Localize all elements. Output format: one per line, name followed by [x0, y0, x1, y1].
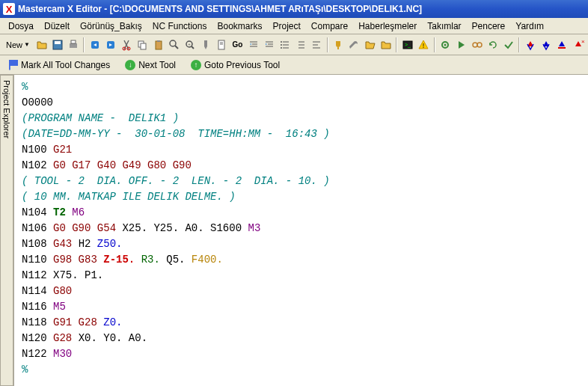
play-icon[interactable]: [454, 37, 468, 52]
svg-point-45: [473, 43, 477, 47]
tool-icon[interactable]: [199, 37, 213, 52]
app-icon: X: [3, 3, 15, 15]
nav1-icon[interactable]: [523, 37, 537, 52]
svg-line-13: [175, 46, 178, 49]
menu-bookmarks[interactable]: Bookmarks: [212, 19, 267, 33]
menu-tools[interactable]: Takımlar: [422, 19, 466, 33]
svg-point-32: [281, 47, 282, 49]
mark-all-label: Mark All Tool Changes: [21, 60, 110, 70]
svg-rect-1: [55, 41, 61, 44]
reload-icon[interactable]: [486, 37, 500, 52]
align-icon[interactable]: [310, 37, 324, 52]
menu-edit[interactable]: Düzelt: [39, 19, 75, 33]
paste-icon[interactable]: [151, 37, 165, 52]
list-icon[interactable]: [278, 37, 292, 52]
menu-comm[interactable]: Haberleşmeler: [353, 19, 422, 33]
warning-icon[interactable]: !: [417, 37, 431, 52]
check-icon[interactable]: [501, 37, 515, 52]
project-explorer-tab[interactable]: Project Explorer: [0, 75, 13, 386]
svg-text:×: ×: [581, 39, 584, 45]
arrow-down-icon: ↓: [125, 60, 135, 70]
svg-line-15: [192, 46, 194, 49]
find-icon[interactable]: [167, 37, 181, 52]
prev-tool-button[interactable]: ↑ Goto Previous Tool: [188, 58, 283, 72]
menu-nc[interactable]: NC Functions: [147, 19, 212, 33]
folder-open-icon[interactable]: [363, 37, 377, 52]
doc-icon[interactable]: [215, 37, 229, 52]
menubar: Dosya Düzelt Görünüş_Bakış NC Functions …: [0, 18, 588, 34]
svg-point-46: [477, 43, 482, 47]
code-editor[interactable]: % O0000 (PROGRAM NAME - DELIK1 ) (DATE=D…: [13, 75, 588, 386]
undo-icon[interactable]: [88, 37, 102, 52]
menu-help[interactable]: Yardım: [510, 19, 549, 33]
svg-rect-9: [141, 43, 146, 49]
nav2-icon[interactable]: [539, 37, 554, 52]
svg-rect-3: [71, 40, 76, 43]
menu-window[interactable]: Pencere: [467, 19, 511, 33]
save-icon[interactable]: [50, 37, 64, 52]
zoom-icon[interactable]: +: [183, 37, 197, 52]
trophy-icon[interactable]: [331, 37, 346, 52]
svg-point-44: [444, 43, 447, 46]
menu-project[interactable]: Project: [267, 19, 305, 33]
svg-point-31: [281, 44, 282, 46]
cut-icon[interactable]: [120, 37, 134, 52]
window-title: Mastercam X Editor - [C:\DOCUMENTS AND S…: [18, 4, 422, 14]
svg-rect-11: [157, 40, 160, 42]
toolbar-main: New▼ + Go >_ ! ×: [0, 34, 588, 55]
svg-text:>_: >_: [405, 42, 411, 48]
svg-rect-39: [337, 47, 339, 49]
nav4-icon[interactable]: ×: [571, 37, 585, 52]
indent-left-icon[interactable]: [246, 37, 260, 52]
svg-rect-18: [218, 40, 224, 49]
indent-right-icon[interactable]: [262, 37, 276, 52]
folder-icon[interactable]: [379, 37, 393, 52]
menu-view[interactable]: Görünüş_Bakış: [75, 19, 147, 33]
svg-text:+: +: [188, 42, 191, 46]
chain-icon[interactable]: [470, 37, 484, 52]
nav3-icon[interactable]: [555, 37, 569, 52]
svg-text:!: !: [423, 42, 425, 49]
toolbar-tool: Mark All Tool Changes ↓ Next Tool ↑ Goto…: [0, 55, 588, 75]
next-tool-button[interactable]: ↓ Next Tool: [122, 58, 179, 72]
prev-tool-label: Goto Previous Tool: [204, 60, 280, 70]
terminal-icon[interactable]: >_: [400, 37, 414, 52]
gear-icon[interactable]: [438, 37, 453, 52]
svg-point-30: [281, 41, 282, 43]
mark-all-button[interactable]: Mark All Tool Changes: [6, 58, 113, 72]
print-icon[interactable]: [66, 37, 80, 52]
svg-rect-17: [204, 40, 207, 46]
svg-point-12: [170, 40, 176, 46]
svg-rect-10: [156, 41, 162, 49]
bullet-icon[interactable]: [293, 37, 307, 52]
arrow-up-icon: ↑: [191, 60, 201, 70]
workspace: Project Explorer % O0000 (PROGRAM NAME -…: [0, 75, 588, 386]
open-icon[interactable]: [34, 37, 49, 52]
menu-compare[interactable]: Compare: [306, 19, 353, 33]
flag-icon: [9, 60, 18, 70]
wrench-icon[interactable]: [347, 37, 361, 52]
menu-file[interactable]: Dosya: [3, 19, 39, 33]
svg-rect-2: [70, 43, 77, 48]
new-button[interactable]: New▼: [3, 39, 33, 51]
copy-icon[interactable]: [135, 37, 150, 52]
redo-icon[interactable]: [104, 37, 118, 52]
go-icon[interactable]: Go: [230, 37, 245, 52]
next-tool-label: Next Tool: [138, 60, 176, 70]
titlebar: X Mastercam X Editor - [C:\DOCUMENTS AND…: [0, 0, 588, 18]
